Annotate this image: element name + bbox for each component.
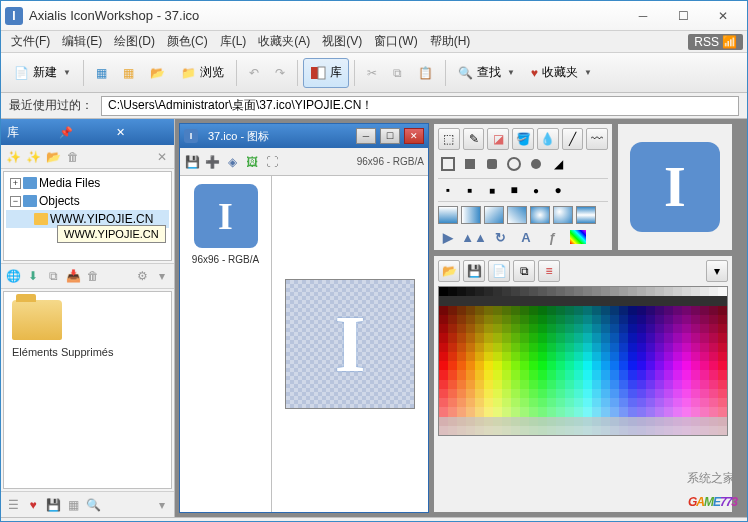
color-swatch[interactable] bbox=[628, 343, 637, 352]
color-swatch[interactable] bbox=[682, 296, 691, 305]
chevron-down-icon[interactable]: ▾ bbox=[154, 268, 170, 284]
color-swatch[interactable] bbox=[466, 352, 475, 361]
color-swatch[interactable] bbox=[466, 296, 475, 305]
color-swatch[interactable] bbox=[673, 426, 682, 435]
color-swatch[interactable] bbox=[691, 370, 700, 379]
color-swatch[interactable] bbox=[448, 398, 457, 407]
menu-window[interactable]: 窗口(W) bbox=[368, 31, 423, 52]
color-swatch[interactable] bbox=[646, 333, 655, 342]
color-swatch[interactable] bbox=[700, 296, 709, 305]
color-swatch[interactable] bbox=[529, 389, 538, 398]
color-swatch[interactable] bbox=[610, 343, 619, 352]
color-swatch[interactable] bbox=[673, 306, 682, 315]
color-swatch[interactable] bbox=[673, 380, 682, 389]
color-swatch[interactable] bbox=[583, 417, 592, 426]
color-swatch[interactable] bbox=[610, 287, 619, 296]
color-swatch[interactable] bbox=[493, 306, 502, 315]
color-swatch[interactable] bbox=[574, 398, 583, 407]
color-swatch[interactable] bbox=[556, 361, 565, 370]
color-swatch[interactable] bbox=[592, 315, 601, 324]
color-swatch[interactable] bbox=[448, 389, 457, 398]
color-swatch[interactable] bbox=[637, 296, 646, 305]
color-swatch[interactable] bbox=[466, 398, 475, 407]
color-swatch[interactable] bbox=[439, 296, 448, 305]
color-swatch[interactable] bbox=[484, 306, 493, 315]
color-swatch[interactable] bbox=[493, 426, 502, 435]
doc-maximize-button[interactable]: ☐ bbox=[380, 128, 400, 144]
color-swatch[interactable] bbox=[484, 296, 493, 305]
color-swatch[interactable] bbox=[637, 380, 646, 389]
color-swatch[interactable] bbox=[664, 352, 673, 361]
pencil-tool[interactable]: ✎ bbox=[463, 128, 485, 150]
color-swatch[interactable] bbox=[673, 370, 682, 379]
color-swatch[interactable] bbox=[511, 306, 520, 315]
rotate-tool[interactable]: ↻ bbox=[490, 228, 510, 246]
color-swatch[interactable] bbox=[565, 426, 574, 435]
color-swatch[interactable] bbox=[592, 306, 601, 315]
color-swatch[interactable] bbox=[565, 315, 574, 324]
color-swatch[interactable] bbox=[637, 407, 646, 416]
color-swatch[interactable] bbox=[466, 324, 475, 333]
color-swatch[interactable] bbox=[547, 306, 556, 315]
color-swatch[interactable] bbox=[556, 398, 565, 407]
color-swatch[interactable] bbox=[583, 361, 592, 370]
menu-draw[interactable]: 绘图(D) bbox=[108, 31, 161, 52]
color-swatch[interactable] bbox=[493, 361, 502, 370]
color-swatch[interactable] bbox=[673, 333, 682, 342]
color-swatch[interactable] bbox=[664, 407, 673, 416]
color-swatch[interactable] bbox=[718, 380, 727, 389]
color-swatch[interactable] bbox=[691, 333, 700, 342]
color-swatch[interactable] bbox=[457, 333, 466, 342]
color-swatch[interactable] bbox=[529, 352, 538, 361]
color-swatch[interactable] bbox=[565, 361, 574, 370]
color-swatch[interactable] bbox=[637, 287, 646, 296]
globe-icon[interactable]: 🌐 bbox=[5, 268, 21, 284]
undo-button[interactable]: ↶ bbox=[242, 58, 266, 88]
color-swatch[interactable] bbox=[556, 370, 565, 379]
color-swatch[interactable] bbox=[682, 370, 691, 379]
menu-color[interactable]: 颜色(C) bbox=[161, 31, 214, 52]
color-swatch[interactable] bbox=[700, 343, 709, 352]
color-swatch[interactable] bbox=[709, 306, 718, 315]
color-swatch[interactable] bbox=[556, 426, 565, 435]
palette-open-icon[interactable]: 📂 bbox=[438, 260, 460, 282]
color-swatch[interactable] bbox=[700, 352, 709, 361]
color-swatch[interactable] bbox=[610, 389, 619, 398]
color-swatch[interactable] bbox=[619, 315, 628, 324]
color-swatch[interactable] bbox=[520, 398, 529, 407]
color-swatch[interactable] bbox=[673, 343, 682, 352]
color-swatch[interactable] bbox=[475, 398, 484, 407]
color-swatch[interactable] bbox=[538, 380, 547, 389]
color-swatch[interactable] bbox=[484, 370, 493, 379]
color-swatch[interactable] bbox=[673, 315, 682, 324]
color-swatch[interactable] bbox=[484, 380, 493, 389]
color-swatch[interactable] bbox=[457, 296, 466, 305]
color-swatch[interactable] bbox=[700, 306, 709, 315]
color-swatch[interactable] bbox=[493, 343, 502, 352]
color-swatch[interactable] bbox=[565, 417, 574, 426]
color-swatch[interactable] bbox=[439, 398, 448, 407]
color-swatch[interactable] bbox=[466, 417, 475, 426]
size-4[interactable]: ■ bbox=[506, 182, 522, 198]
color-swatch[interactable] bbox=[709, 333, 718, 342]
color-swatch[interactable] bbox=[700, 426, 709, 435]
menu-file[interactable]: 文件(F) bbox=[5, 31, 56, 52]
color-swatch[interactable] bbox=[619, 407, 628, 416]
color-swatch[interactable] bbox=[574, 361, 583, 370]
color-swatch[interactable] bbox=[466, 407, 475, 416]
color-swatch[interactable] bbox=[574, 324, 583, 333]
color-swatch[interactable] bbox=[601, 361, 610, 370]
color-swatch[interactable] bbox=[556, 352, 565, 361]
color-swatch[interactable] bbox=[457, 306, 466, 315]
color-swatch[interactable] bbox=[520, 306, 529, 315]
color-swatch[interactable] bbox=[439, 324, 448, 333]
color-swatch[interactable] bbox=[484, 315, 493, 324]
color-swatch[interactable] bbox=[484, 287, 493, 296]
color-swatch[interactable] bbox=[493, 398, 502, 407]
color-swatch[interactable] bbox=[592, 370, 601, 379]
color-swatch[interactable] bbox=[592, 352, 601, 361]
color-swatch[interactable] bbox=[502, 296, 511, 305]
size-6[interactable]: ● bbox=[550, 182, 566, 198]
color-swatch[interactable] bbox=[457, 324, 466, 333]
color-swatch[interactable] bbox=[475, 361, 484, 370]
